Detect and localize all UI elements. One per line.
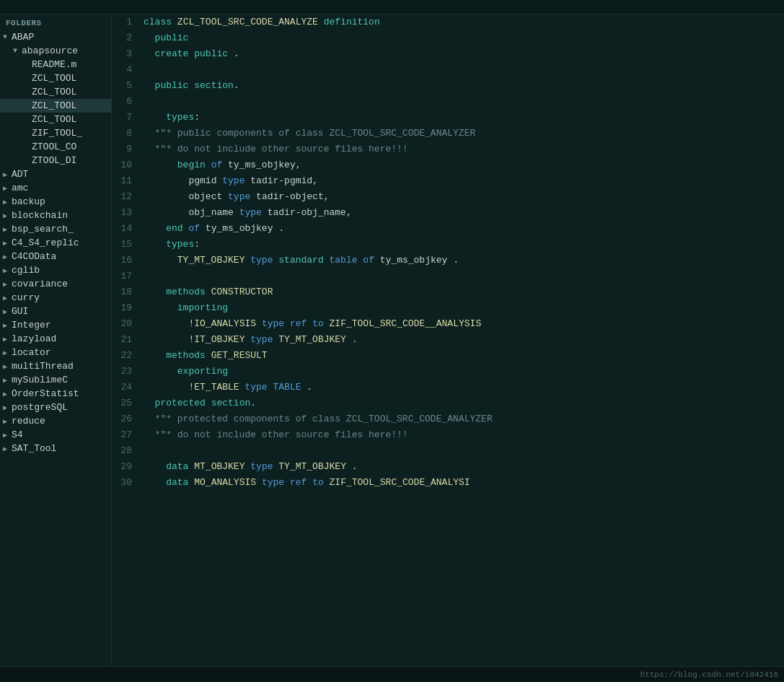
arrow-icon <box>3 170 12 179</box>
line-content: data MT_OBJKEY type TY_MT_OBJKEY . <box>141 459 784 475</box>
sidebar-item-label: postgreSQL <box>12 402 68 413</box>
code-line: 11 pgmid type tadir-pgmid, <box>112 173 784 189</box>
code-line: 17 <box>112 268 784 284</box>
sidebar-item-backup[interactable]: backup <box>0 195 111 209</box>
sidebar-item-label: ZCL_TOOL <box>32 87 76 97</box>
arrow-icon <box>3 321 12 330</box>
sidebar-item-locator[interactable]: locator <box>0 346 111 359</box>
sidebar-item-ztool_di[interactable]: ZTOOL_DI <box>0 154 111 167</box>
line-content: *"* protected components of class ZCL_TO… <box>141 411 784 427</box>
sidebar[interactable]: FOLDERS ABAPabapsourceREADME.mZCL_TOOLZC… <box>0 14 112 666</box>
code-line: 29 data MT_OBJKEY type TY_MT_OBJKEY . <box>112 459 784 475</box>
line-number: 19 <box>112 300 141 316</box>
sidebar-item-covariance[interactable]: covariance <box>0 277 111 291</box>
sidebar-item-c4codata[interactable]: C4COData <box>0 250 111 263</box>
line-content: !IO_ANALYSIS type ref to ZIF_TOOL_SRC_CO… <box>141 316 784 332</box>
sidebar-item-postgresql[interactable]: postgreSQL <box>0 401 111 414</box>
line-content: *"* do not include other source files he… <box>141 427 784 443</box>
arrow-icon <box>3 362 12 371</box>
line-number: 4 <box>112 62 141 78</box>
sidebar-item-reduce[interactable]: reduce <box>0 414 111 428</box>
arrow-icon <box>3 211 12 220</box>
line-number: 30 <box>112 475 141 491</box>
line-number: 24 <box>112 380 141 395</box>
line-content: types: <box>141 237 784 253</box>
sidebar-item-mysublime[interactable]: mySublimeC <box>0 373 111 387</box>
sidebar-item-c4_s4[interactable]: C4_S4_replic <box>0 236 111 250</box>
sidebar-item-label: GUI <box>12 306 28 317</box>
sidebar-item-adt[interactable]: ADT <box>0 167 111 181</box>
sidebar-item-zcl_tool4[interactable]: ZCL_TOOL <box>0 113 111 126</box>
sidebar-item-label: ZCL_TOOL <box>32 114 76 125</box>
sidebar-item-label: ZCL_TOOL <box>32 100 76 111</box>
sidebar-item-label: README.m <box>32 59 76 70</box>
sidebar-item-orderstatist[interactable]: OrderStatist <box>0 387 111 401</box>
line-content: object type tadir-object, <box>141 189 784 205</box>
sidebar-item-zif_tool[interactable]: ZIF_TOOL_ <box>0 126 111 140</box>
line-number: 25 <box>112 395 141 411</box>
sidebar-item-abap[interactable]: ABAP <box>0 30 111 44</box>
line-number: 22 <box>112 348 141 364</box>
code-line: 21 !IT_OBJKEY type TY_MT_OBJKEY . <box>112 332 784 348</box>
line-number: 6 <box>112 94 141 110</box>
line-content: types: <box>141 110 784 126</box>
arrow-icon <box>3 33 12 41</box>
line-number: 18 <box>112 284 141 300</box>
sidebar-item-label: amc <box>12 183 28 193</box>
sidebar-item-label: blockchain <box>12 210 68 221</box>
line-number: 29 <box>112 459 141 475</box>
sidebar-item-ztool_co[interactable]: ZTOOL_CO <box>0 140 111 154</box>
sidebar-item-zcl_tool2[interactable]: ZCL_TOOL <box>0 85 111 99</box>
arrow-icon <box>3 417 12 426</box>
arrow-icon <box>3 349 12 357</box>
code-line: 7 types: <box>112 110 784 126</box>
line-content: *"* do not include other source files he… <box>141 141 784 157</box>
line-number: 13 <box>112 205 141 221</box>
code-line: 8 *"* public components of class ZCL_TOO… <box>112 126 784 141</box>
code-line: 2 public <box>112 30 784 46</box>
code-line: 15 types: <box>112 237 784 253</box>
bottom-url: https://blog.csdn.net/i042416 <box>640 670 778 679</box>
sidebar-item-blockchain[interactable]: blockchain <box>0 209 111 222</box>
sidebar-item-curry[interactable]: curry <box>0 291 111 305</box>
code-line: 24 !ET_TABLE type TABLE . <box>112 380 784 395</box>
line-number: 28 <box>112 443 141 459</box>
sidebar-item-cglib[interactable]: cglib <box>0 263 111 277</box>
line-number: 17 <box>112 268 141 284</box>
sidebar-item-lazyload[interactable]: lazyload <box>0 332 111 346</box>
sidebar-item-s4[interactable]: S4 <box>0 428 111 442</box>
line-number: 7 <box>112 110 141 126</box>
arrow-icon <box>3 431 12 440</box>
code-line: 27 *"* do not include other source files… <box>112 427 784 443</box>
line-content: end of ty_ms_objkey . <box>141 221 784 237</box>
sidebar-item-multithread[interactable]: multiThread <box>0 359 111 373</box>
line-content: !ET_TABLE type TABLE . <box>141 380 784 395</box>
sidebar-item-bsp_search[interactable]: bsp_search_ <box>0 222 111 236</box>
code-line: 28 <box>112 443 784 459</box>
sidebar-item-integer[interactable]: Integer <box>0 318 111 332</box>
line-content: protected section. <box>141 395 784 411</box>
folders-header: FOLDERS <box>0 14 111 30</box>
line-content <box>141 62 784 78</box>
arrow-icon <box>3 280 12 289</box>
code-editor[interactable]: 1class ZCL_TOOL_SRC_CODE_ANALYZE definit… <box>112 14 784 666</box>
arrow-icon <box>3 376 12 385</box>
code-area: 1class ZCL_TOOL_SRC_CODE_ANALYZE definit… <box>112 14 784 491</box>
line-number: 1 <box>112 14 141 30</box>
line-content: begin of ty_ms_objkey, <box>141 157 784 173</box>
line-number: 12 <box>112 189 141 205</box>
sidebar-item-label: curry <box>12 292 40 303</box>
sidebar-item-zcl_tool1[interactable]: ZCL_TOOL <box>0 71 111 85</box>
sidebar-item-sat_tool[interactable]: SAT_Tool <box>0 442 111 455</box>
sidebar-item-label: S4 <box>12 429 23 440</box>
sidebar-item-zcl_tool3[interactable]: ZCL_TOOL <box>0 99 111 113</box>
line-number: 3 <box>112 46 141 62</box>
sidebar-item-amc[interactable]: amc <box>0 181 111 195</box>
sidebar-item-readme[interactable]: README.m <box>0 58 111 71</box>
sidebar-item-gui[interactable]: GUI <box>0 305 111 318</box>
sidebar-item-label: SAT_Tool <box>12 443 56 454</box>
code-line: 23 exporting <box>112 364 784 380</box>
line-number: 27 <box>112 427 141 443</box>
code-line: 5 public section. <box>112 78 784 94</box>
sidebar-item-abapsource[interactable]: abapsource <box>0 44 111 58</box>
